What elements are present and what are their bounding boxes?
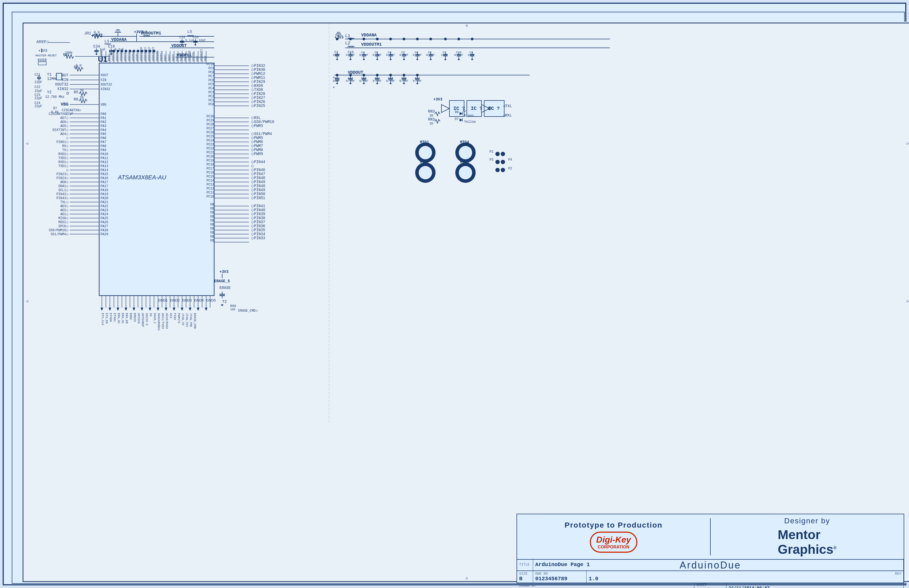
date-value: 24/11/2014:09:07	[728, 586, 901, 588]
svg-text:PA7: PA7	[100, 141, 107, 144]
svg-text:◇PIN32: ◇PIN32	[251, 64, 265, 68]
svg-text:PB: PB	[210, 231, 214, 235]
svg-text:PC15: PC15	[206, 175, 214, 179]
svg-text:PB: PB	[210, 235, 214, 239]
svg-text:◇PIN28: ◇PIN28	[251, 92, 265, 96]
svg-text:PA18: PA18	[100, 188, 108, 192]
svg-text:PC16: PC16	[206, 171, 214, 174]
svg-text:PC24: PC24	[206, 139, 214, 142]
svg-text:27pF: 27pF	[66, 112, 73, 116]
svg-rect-402	[57, 73, 62, 80]
dwgno-value: 0123456789	[535, 576, 584, 582]
svg-text:GND3: GND3	[182, 298, 192, 302]
svg-text:VDDOUTM1: VDDOUTM1	[361, 42, 382, 47]
sheet-of: of	[703, 587, 712, 588]
svg-text:PA5: PA5	[100, 132, 107, 136]
svg-text:L4: L4	[142, 30, 147, 34]
rev-cell: REV 1.0	[587, 570, 904, 583]
svg-text:XIN: XIN	[100, 78, 107, 82]
svg-text:◇PIN49: ◇PIN49	[251, 188, 265, 192]
schematic-sheet: U1 ATSAM3X8EA-AU XOUT XOUT XIN XIN	[3, 3, 906, 585]
svg-text:AD4◇: AD4◇	[60, 132, 69, 136]
svg-text:PA25: PA25	[100, 216, 108, 220]
svg-text:PA16: PA16	[100, 176, 108, 180]
size-cell: SIZE B	[517, 570, 533, 583]
svg-text:Y1: Y1	[47, 73, 52, 77]
svg-text:C22: C22	[34, 85, 40, 89]
svg-text:SCL1◇: SCL1◇	[58, 188, 69, 192]
svg-text:PC19: PC19	[206, 159, 214, 163]
svg-point-591	[349, 74, 352, 76]
svg-text:◇PIN36: ◇PIN36	[251, 224, 265, 228]
svg-text:◇SS0/PWM10: ◇SS0/PWM10	[251, 120, 274, 124]
svg-text:22pF: 22pF	[34, 97, 42, 100]
title-row-top: TITLE ArduinoDue Page 1	[517, 559, 904, 570]
svg-text:Green: Green	[464, 114, 474, 118]
svg-text:L1: L1	[345, 34, 350, 39]
svg-text:TXL◇: TXL◇	[60, 200, 69, 204]
svg-text:T2: T2	[222, 300, 227, 304]
dwgno-cell: DWG NO 0123456789	[533, 570, 587, 583]
svg-text:EEXTINT◇: EEXTINT◇	[53, 128, 69, 132]
svg-text:ETX_EN: ETX_EN	[105, 313, 108, 324]
svg-text:◇PWM11: ◇PWM11	[251, 76, 265, 80]
svg-text:VDDIO: VDDIO	[115, 52, 119, 61]
svg-text:PC2: PC2	[208, 95, 214, 99]
svg-text:PC26: PC26	[206, 131, 214, 134]
svg-text:△: △	[466, 576, 468, 580]
svg-text:0.1uF: 0.1uF	[115, 48, 124, 52]
svg-text:TXD1◇: TXD1◇	[58, 164, 69, 168]
svg-text:◇PIN48: ◇PIN48	[251, 184, 265, 188]
svg-text:◇RXL: ◇RXL	[251, 116, 260, 120]
svg-text:L3: L3	[105, 39, 109, 44]
svg-text:+3V3: +3V3	[38, 48, 47, 53]
svg-text:ERASE_CMD: ERASE_CMD	[193, 313, 196, 329]
title-cell-page: ArduinoDue Page 1	[533, 559, 904, 570]
svg-text:◇PIN34: ◇PIN34	[251, 232, 265, 236]
svg-text:XIN32: XIN32	[57, 87, 68, 91]
svg-text:PB: PB	[210, 215, 214, 219]
svg-text:22pF: 22pF	[34, 81, 42, 84]
svg-point-299	[149, 50, 151, 52]
svg-text:XOUT: XOUT	[100, 73, 108, 77]
svg-text:PC7: PC7	[208, 74, 214, 78]
svg-text:▷: ▷	[907, 141, 909, 146]
svg-point-543	[444, 38, 447, 40]
svg-text:EMDC: EMDC	[129, 313, 132, 320]
svg-text:GND3: GND3	[171, 54, 175, 61]
svg-text:10k: 10k	[230, 308, 236, 311]
svg-text:AD11/TXD3: AD11/TXD3	[161, 313, 164, 329]
title-cell-title-label: TITLE	[517, 559, 533, 570]
svg-text:GNDPLL: GNDPLL	[160, 50, 163, 61]
svg-text:PA15: PA15	[100, 172, 108, 176]
svg-point-542	[429, 38, 432, 40]
svg-point-537	[362, 38, 365, 40]
svg-text:◇PWM12: ◇PWM12	[251, 72, 265, 76]
svg-point-535	[336, 38, 338, 40]
svg-text:PA2: PA2	[100, 120, 107, 124]
svg-text:AD6◇: AD6◇	[60, 120, 69, 124]
svg-text:◇PIN49: ◇PIN49	[251, 180, 265, 184]
svg-point-661	[501, 160, 505, 164]
svg-text:PC3: PC3	[208, 90, 214, 94]
svg-text:ATSAM3X8EA-AU: ATSAM3X8EA-AU	[117, 174, 166, 181]
svg-text:PC11: PC11	[206, 191, 214, 195]
svg-text:◇TXD0: ◇TXD0	[251, 88, 263, 92]
svg-text:PC10: PC10	[206, 63, 214, 66]
svg-point-596	[416, 74, 419, 76]
bottom-row: DRAWN BY Mentor TME SHEET 1 of 2 24/11/2…	[517, 583, 904, 588]
svg-text:ETXD0: ETXD0	[109, 313, 112, 322]
svg-text:0.0: 0.0	[76, 64, 82, 68]
svg-text:PC14: PC14	[206, 179, 214, 183]
svg-point-663	[495, 168, 500, 172]
page-title-value: ArduinoDue Page 1	[535, 562, 901, 568]
svg-text:◇PIN47: ◇PIN47	[251, 172, 265, 176]
svg-text:PA3: PA3	[100, 124, 107, 128]
svg-text:◇PWM3: ◇PWM3	[251, 124, 263, 128]
svg-text:PC17: PC17	[206, 167, 214, 171]
svg-text:GND: GND	[204, 56, 207, 61]
svg-text:Yellow: Yellow	[464, 120, 476, 124]
svg-text:PB: PB	[210, 223, 214, 227]
svg-text:C21: C21	[34, 73, 40, 77]
svg-text:GND5: GND5	[206, 298, 216, 302]
